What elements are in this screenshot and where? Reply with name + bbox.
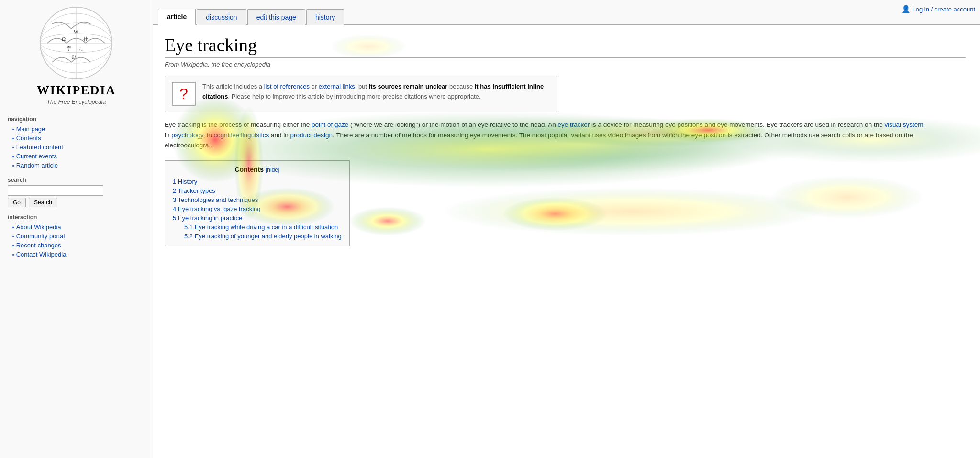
search-button[interactable]: Search	[29, 198, 57, 207]
interaction-list: About Wikipedia Community portal Recent …	[12, 223, 145, 259]
interaction-item-about[interactable]: About Wikipedia	[12, 223, 145, 232]
interaction-item-contact[interactable]: Contact Wikipedia	[12, 250, 145, 259]
wikipedia-globe-logo: Ω W 社 字 ㄦ 한	[38, 5, 114, 81]
logo-area: Ω W 社 字 ㄦ 한 Wikipedia The Free Encyclope…	[37, 0, 116, 109]
search-section: search Go Search	[8, 177, 145, 207]
contents-title: Contents [hide]	[173, 166, 342, 173]
notice-link-external[interactable]: external links	[319, 83, 355, 90]
svg-text:한: 한	[71, 54, 76, 59]
interaction-item-recent[interactable]: Recent changes	[12, 241, 145, 250]
contents-link-1[interactable]: 1 History	[173, 178, 197, 185]
nav-item-random[interactable]: Random article	[12, 161, 145, 170]
link-visual-system[interactable]: visual system	[884, 121, 923, 128]
interaction-item-community[interactable]: Community portal	[12, 232, 145, 241]
contents-hide-button[interactable]: [hide]	[266, 167, 279, 173]
link-gaze[interactable]: point of gaze	[312, 121, 348, 128]
contents-link-3[interactable]: 3 Technologies and techniques	[173, 196, 258, 203]
link-cognitive-linguistics[interactable]: cognitive linguistics	[214, 132, 269, 139]
nav-list: Main page Contents Featured content Curr…	[12, 124, 145, 170]
search-section-title: search	[8, 177, 145, 183]
nav-link-featured[interactable]: Featured content	[16, 144, 63, 151]
svg-text:字: 字	[67, 46, 71, 51]
contents-item-4: 4 Eye tracking vs. gaze tracking	[173, 204, 342, 213]
article-subtitle: From Wikipedia, the free encyclopedia	[165, 61, 966, 68]
article-intro: Eye tracking is the process of measuring…	[165, 120, 930, 151]
contents-item-5: 5 Eye tracking in practice	[173, 213, 342, 223]
link-product-design[interactable]: product design	[290, 132, 333, 139]
interaction-link-community[interactable]: Community portal	[16, 233, 65, 240]
nav-link-main-page[interactable]: Main page	[16, 125, 45, 133]
svg-text:社: 社	[83, 36, 88, 42]
site-subtitle: The Free Encyclopedia	[47, 99, 106, 105]
article-title: Eye tracking	[165, 34, 966, 58]
contents-item-3: 3 Technologies and techniques	[173, 195, 342, 204]
nav-item-contents[interactable]: Contents	[12, 134, 145, 143]
main-content: article discussion edit this page histor…	[153, 0, 980, 458]
svg-point-20	[770, 176, 924, 219]
sidebar: Ω W 社 字 ㄦ 한 Wikipedia The Free Encyclope…	[0, 0, 153, 458]
go-button[interactable]: Go	[8, 198, 26, 207]
contents-link-2[interactable]: 2 Tracker types	[173, 187, 215, 194]
sidebar-sections: navigation Main page Contents Featured c…	[0, 109, 153, 259]
nav-link-contents[interactable]: Contents	[16, 134, 41, 142]
contents-link-5-2[interactable]: 5.2 Eye tracking of younger and elderly …	[184, 233, 342, 240]
tab-discussion[interactable]: discussion	[197, 9, 246, 25]
nav-link-random[interactable]: Random article	[16, 162, 58, 169]
site-title: Wikipedia	[37, 83, 116, 98]
tabs-bar: article discussion edit this page histor…	[153, 0, 980, 25]
link-eye-tracker[interactable]: eye tracker	[558, 121, 590, 128]
search-buttons: Go Search	[8, 198, 145, 207]
top-right-login: 👤 Log in / create account	[902, 5, 975, 13]
user-icon: 👤	[902, 5, 911, 13]
contents-link-5-1[interactable]: 5.1 Eye tracking while driving a car in …	[184, 223, 338, 231]
contents-link-4[interactable]: 4 Eye tracking vs. gaze tracking	[173, 205, 261, 212]
nav-section-title: navigation	[8, 116, 145, 123]
interaction-link-contact[interactable]: Contact Wikipedia	[16, 251, 67, 258]
svg-point-18	[502, 197, 608, 231]
contents-item-2: 2 Tracker types	[173, 186, 342, 195]
article-body: Eye tracking From Wikipedia, the free en…	[153, 25, 980, 256]
login-link[interactable]: Log in / create account	[912, 6, 975, 13]
notice-box: ? This article includes a list of refere…	[165, 76, 557, 112]
contents-link-5[interactable]: 5 Eye tracking in practice	[173, 214, 242, 222]
svg-text:W: W	[74, 29, 78, 34]
notice-icon: ?	[172, 82, 196, 106]
interaction-link-about[interactable]: About Wikipedia	[16, 223, 61, 231]
svg-text:ㄦ: ㄦ	[78, 46, 83, 51]
contents-item-5-1: 5.1 Eye tracking while driving a car in …	[184, 223, 342, 232]
nav-link-current-events[interactable]: Current events	[16, 153, 57, 160]
nav-item-current-events[interactable]: Current events	[12, 152, 145, 161]
link-psychology[interactable]: psychology	[171, 132, 203, 139]
interaction-link-recent[interactable]: Recent changes	[16, 242, 61, 249]
contents-item-1: 1 History	[173, 177, 342, 186]
svg-point-19	[440, 188, 823, 235]
nav-item-main-page[interactable]: Main page	[12, 124, 145, 134]
interaction-section-title: interaction	[8, 214, 145, 221]
search-input[interactable]	[8, 185, 103, 196]
contents-list: 1 History 2 Tracker types 3 Technologies…	[173, 177, 342, 241]
tab-history[interactable]: history	[306, 9, 344, 25]
svg-point-17	[349, 207, 426, 235]
tab-edit[interactable]: edit this page	[247, 9, 305, 25]
contents-box: Contents [hide] 1 History 2 Tracker type…	[165, 160, 350, 246]
notice-text: This article includes a list of referenc…	[202, 82, 550, 102]
svg-text:Ω: Ω	[62, 36, 66, 42]
contents-item-5-2: 5.2 Eye tracking of younger and elderly …	[184, 232, 342, 241]
tab-article[interactable]: article	[158, 9, 196, 25]
notice-link-references[interactable]: list of references	[264, 83, 310, 90]
nav-item-featured[interactable]: Featured content	[12, 143, 145, 152]
